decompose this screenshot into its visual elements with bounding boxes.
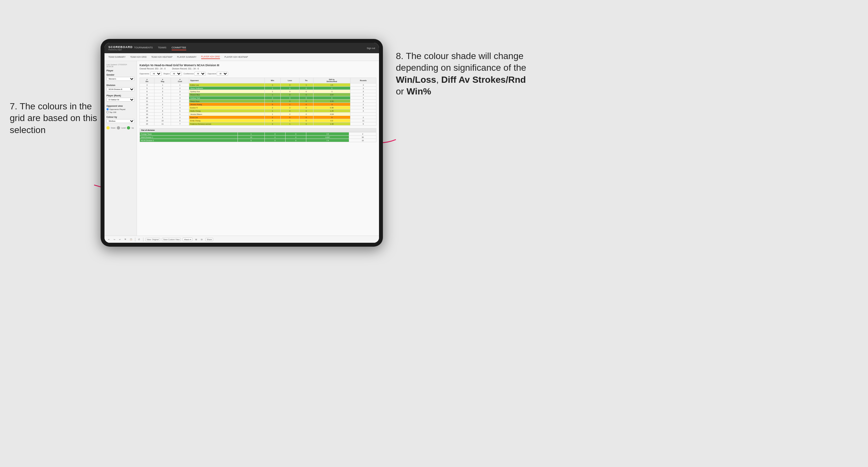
nav-bar: SCOREBOARD Powered by clippd TOURNAMENTS… [104, 43, 379, 53]
col-win: Win [265, 78, 280, 84]
top100-option[interactable]: Top 100 [106, 111, 135, 113]
opponent-view-section: Opponent view Opponents Played Top 100 [106, 105, 135, 113]
col-rounds: Rounds [350, 78, 376, 84]
colour-up-label: Up [131, 127, 134, 129]
overall-record: Overall Record: 353 - 34 - 6 [140, 67, 165, 70]
subnav-team-h2h-grid[interactable]: TEAM H2H GRID [130, 55, 147, 59]
tablet-screen: SCOREBOARD Powered by clippd TOURNAMENTS… [104, 43, 379, 243]
col-conf: #Conf [171, 78, 189, 84]
toolbar-undo[interactable]: ↩ [107, 238, 111, 241]
opponents-filter-group: Opponents: All [140, 72, 162, 75]
gender-label: Gender [106, 74, 135, 76]
nav-teams[interactable]: TEAMS [158, 46, 166, 50]
share-btn[interactable]: Share [206, 238, 213, 241]
nav-right: Sign out [367, 47, 375, 49]
table-header-row: #Div #Reg #Conf Opponent Win Loss Tie Di… [140, 78, 376, 84]
table-row: 522Alexis Sudjianto10043 [140, 87, 376, 90]
annotation-right: 8. The colour shade will change dependin… [396, 50, 532, 98]
view-original-btn[interactable]: View: Original [145, 238, 160, 241]
opponents-played-option[interactable]: Opponents Played [106, 108, 135, 110]
toolbar-clock[interactable]: ⏱ [137, 238, 141, 241]
toolbar-back[interactable]: ↩ [118, 238, 122, 241]
division-label: Division [106, 84, 135, 86]
table-row: 311Esther Lee1011.54 [140, 84, 376, 87]
grid-title: Katelyn Vo Head-to-Head Grid for Women's… [140, 64, 376, 67]
colour-down-dot [106, 126, 110, 129]
colour-by-label: Colour by [106, 116, 135, 118]
nav-links: TOURNAMENTS TEAMS COMMITTEE [134, 46, 367, 50]
opponent-view-label: Opponent view [106, 105, 135, 107]
grid-area: Katelyn Vo Head-to-Head Grid for Women's… [137, 61, 379, 236]
colour-by-select[interactable]: Win/loss [106, 119, 135, 123]
top100-radio[interactable] [106, 111, 109, 113]
subnav-team-summary[interactable]: TEAM SUMMARY [108, 55, 126, 59]
col-opponent: Opponent [189, 78, 265, 84]
col-tie: Tie [299, 78, 313, 84]
toolbar-extra1[interactable]: ⊞ [194, 238, 198, 241]
division-select[interactable]: NCAA Division III [106, 87, 135, 91]
table-row: 1112Heejo Hyun1003.333 [140, 100, 376, 103]
opponents-filter: Opponents: All Region All Conference All… [140, 72, 376, 75]
table-row: 1832Euna Lee200-52 [140, 116, 376, 119]
player-rank-select[interactable]: 8. Katelyn Vo [106, 98, 135, 101]
region-label: Region [163, 73, 170, 75]
player-label: Player [106, 69, 135, 72]
last-updated: Last Updated: 27/03/2024 16:55:38 [106, 64, 135, 67]
opponents-select[interactable]: All [150, 72, 162, 75]
conference-label: Conference [184, 73, 194, 75]
watch-btn[interactable]: Watch ▾ [183, 238, 192, 241]
annotation-left: 7. The colours in the grid are based on … [10, 101, 101, 136]
main-content: Last Updated: 27/03/2024 16:55:38 Player… [104, 61, 379, 236]
out-table-row: NCAA Division 25007.410 [140, 139, 376, 142]
nav-sign-in[interactable]: Sign out [367, 47, 375, 49]
gender-select[interactable]: Women's [106, 77, 135, 81]
colour-level-dot [117, 126, 120, 129]
colour-by-section: Colour by Win/loss Down Level Up [106, 116, 135, 129]
colour-down-label: Down [111, 127, 116, 129]
subnav-team-h2h-heatmap[interactable]: TEAM H2H HEATMAP [151, 55, 173, 59]
col-diff: Diff AvStrokes/Rnd [313, 78, 350, 84]
out-table-row: NAIA Division 115009.26730 [140, 136, 376, 139]
toolbar-divider-2 [143, 238, 144, 242]
player-rank-label: Player (Rank) [106, 94, 135, 97]
data-table: #Div #Reg #Conf Opponent Win Loss Tie Di… [140, 77, 376, 126]
table-row: 19106Emily Chang4100.311 [140, 119, 376, 122]
division-record: Division Record: 331 - 34 - 6 [172, 67, 198, 70]
out-table-row: Foreign Team1004.52 [140, 132, 376, 136]
region-select[interactable]: All [170, 72, 182, 75]
region-filter-group: Region All [163, 72, 182, 75]
save-custom-btn[interactable]: Save Custom View [162, 238, 181, 241]
logo: SCOREBOARD Powered by clippd [108, 45, 134, 51]
subnav-player-summary[interactable]: PLAYER SUMMARY [177, 55, 197, 59]
table-row: 20117Federica Domecq Lacroze2101.336 [140, 122, 376, 126]
table-row: 1474Eunice Yi2200.389 [140, 106, 376, 110]
sidebar: Last Updated: 27/03/2024 16:55:38 Player… [104, 61, 137, 236]
opponent-label: Opponent [208, 73, 216, 75]
colour-level-label: Level [121, 127, 126, 129]
subnav-player-h2h-heatmap[interactable]: PLAYER H2H HEATMAP [224, 55, 248, 59]
toolbar-paste[interactable]: 📋 [129, 238, 133, 241]
opponent-select[interactable]: All [217, 72, 228, 75]
opponents-label: Opponents: [140, 73, 150, 75]
nav-tournaments[interactable]: TOURNAMENTS [134, 46, 153, 50]
conference-select[interactable]: All [194, 72, 206, 75]
toolbar-copy[interactable]: ⧉ [124, 238, 127, 241]
table-row: 1063Andrea York20044 [140, 96, 376, 100]
colour-legend: Down Level Up [106, 126, 135, 129]
opponent-filter-group: Opponent All [208, 72, 228, 75]
col-div: #Div [140, 78, 154, 84]
subnav-player-h2h-grid[interactable]: PLAYER H2H GRID [201, 55, 220, 59]
nav-committee[interactable]: COMMITTEE [172, 46, 186, 50]
col-loss: Loss [281, 78, 300, 84]
col-reg: #Reg [154, 78, 171, 84]
toolbar-redo[interactable]: ↪ [113, 238, 116, 241]
table-row: 1585Stella Cheng1001.254 [140, 110, 376, 113]
opponents-played-radio[interactable] [106, 108, 109, 110]
table-row: 1321Jessica Huang010-32 [140, 103, 376, 106]
out-of-division-header: Out of division [140, 128, 376, 132]
toolbar-extra2[interactable]: ⊟ [200, 238, 204, 241]
colour-up-dot [127, 126, 130, 129]
toolbar: ↩ ↪ ↩ ⧉ 📋 ⏱ View: Original Save Custom V… [104, 236, 379, 243]
sub-nav: TEAM SUMMARY TEAM H2H GRID TEAM H2H HEAT… [104, 53, 379, 61]
table-row: 914Sharon Mun1003.673 [140, 93, 376, 96]
